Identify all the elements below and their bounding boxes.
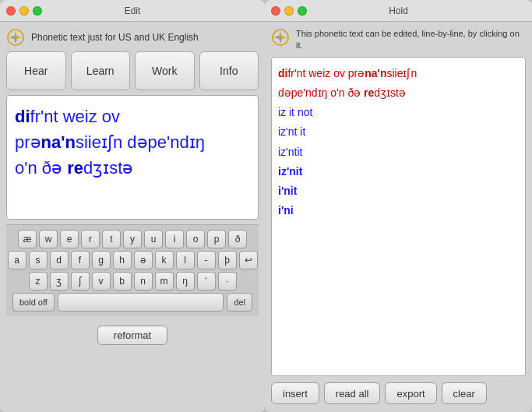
minimize-button-right[interactable] [284,6,294,16]
phonetic-text-siie: siieɪʃn dəpe'ndɪŋ [76,132,205,152]
key-g[interactable]: g [92,251,111,269]
key-k[interactable]: k [155,251,174,269]
minimize-button-left[interactable] [19,6,29,16]
maximize-button-left[interactable] [33,6,42,16]
key-apostrophe[interactable]: ' [197,272,216,291]
rp-line-6[interactable]: iz'nit [278,162,519,181]
key-ae[interactable]: æ [18,230,37,248]
info-button[interactable]: Info [199,51,259,90]
key-y[interactable]: y [123,230,142,248]
insert-button[interactable]: insert [271,382,319,404]
key-f[interactable]: f [71,251,90,269]
rp-bold-di: di [278,67,287,79]
right-bottom-row: insert read all export clear [271,381,526,406]
key-thorn[interactable]: þ [218,251,237,269]
compass-icon-left [6,28,25,47]
reformat-button[interactable]: reformat [97,326,167,345]
key-eth[interactable]: ð [228,230,247,248]
key-h[interactable]: h [113,251,132,269]
right-header-row: This phonetic text can be edited, line-b… [271,28,526,52]
right-window: Hold This phonetic text can be edited, l… [265,0,532,412]
key-esh[interactable]: ʃ [71,272,90,291]
rp-text-2a: dəpe'ndɪŋ o'n ðə [278,86,364,99]
phonetic-bold-na: na'n [41,132,76,152]
key-middot[interactable]: · [218,272,237,291]
svg-point-5 [15,37,17,39]
phonetic-display-left: difr'nt weiz ov prəna'nsiieɪʃn dəpe'ndɪŋ… [6,95,259,220]
space-key[interactable] [58,293,224,312]
phonetic-text-pr: prə [15,132,41,152]
close-button-right[interactable] [271,6,280,16]
key-b[interactable]: b [113,272,132,291]
left-title-bar: Edit [0,0,265,22]
key-n[interactable]: n [134,272,153,291]
rp-line-5[interactable]: iz'ntit [278,143,519,162]
key-ezh[interactable]: ʒ [50,272,69,291]
rp-text-1b: siieɪʃn [386,67,417,79]
phonetic-text-dziste: dʒɪstə [83,158,133,178]
key-z[interactable]: z [29,272,48,291]
right-window-title: Hold [389,5,408,16]
key-i[interactable]: i [165,230,184,248]
reformat-row: reformat [6,321,259,348]
key-e[interactable]: e [60,230,79,248]
key-eng[interactable]: ŋ [176,272,195,291]
del-button[interactable]: del [227,293,252,312]
export-button[interactable]: export [385,382,436,404]
rp-bold-re: re [364,86,374,99]
rp-bold-nan: na'n [365,67,386,79]
key-m[interactable]: m [155,272,174,291]
phonetic-text-line1: fr'nt weiz ov [30,107,120,126]
kb-row-3: z ʒ ʃ v b n m ŋ ' · [12,272,252,291]
read-all-button[interactable]: read all [324,382,381,404]
traffic-lights-right [271,6,307,16]
right-header-text: This phonetic text can be edited, line-b… [296,28,526,52]
rp-line-4[interactable]: iz'nt it [278,122,519,142]
rp-line-1[interactable]: difr'nt weiz ov prəna'nsiieɪʃn [278,64,519,83]
key-dash[interactable]: - [197,251,216,269]
key-v[interactable]: v [92,272,111,291]
key-w[interactable]: w [39,230,58,248]
right-content-area: This phonetic text can be edited, line-b… [265,22,532,412]
rp-text-1a: fr'nt weiz ov prə [287,67,365,79]
learn-button[interactable]: Learn [71,51,131,90]
bold-off-button[interactable]: bold off [12,293,55,312]
phonetic-text-on: o'n ðə [15,158,67,178]
keyboard-area: æ w e r t y u i o p ð a s d f g h ə k [6,224,259,316]
close-button-left[interactable] [6,6,16,16]
rp-line-2[interactable]: dəpe'ndɪŋ o'n ðə redʒɪstə [278,83,519,103]
hear-button[interactable]: Hear [6,51,66,90]
rp-line-8[interactable]: i'ni [278,201,519,220]
clear-button[interactable]: clear [442,382,487,404]
kb-bottom-row: bold off del [12,293,252,312]
maximize-button-right[interactable] [298,6,307,16]
left-header-text: Phonetic text just for US and UK English [31,32,199,43]
right-title-bar: Hold [265,0,532,22]
key-schwa[interactable]: ə [134,251,153,269]
key-s[interactable]: s [29,251,48,269]
compass-icon-right [271,28,290,47]
key-a[interactable]: a [8,251,26,269]
left-header-row: Phonetic text just for US and UK English [6,28,259,47]
traffic-lights-left [6,6,42,16]
key-enter[interactable]: ↩ [239,251,258,269]
rp-line-7[interactable]: i'nit [278,181,519,201]
key-o[interactable]: o [186,230,205,248]
key-r[interactable]: r [81,230,100,248]
left-window: Edit Phonetic text just for US and UK En… [0,0,265,412]
key-d[interactable]: d [50,251,69,269]
left-window-title: Edit [125,5,141,16]
key-p[interactable]: p [207,230,226,248]
key-l[interactable]: l [176,251,195,269]
kb-row-2: a s d f g h ə k l - þ ↩ [12,251,252,269]
rp-line-3[interactable]: iz it not [278,103,519,122]
phonetic-display-right[interactable]: difr'nt weiz ov prəna'nsiieɪʃn dəpe'ndɪŋ… [271,57,526,376]
phonetic-bold-re: re [67,158,83,178]
kb-row-1: æ w e r t y u i o p ð [12,230,252,248]
nav-button-row: Hear Learn Work Info [6,51,259,90]
work-button[interactable]: Work [135,51,195,90]
key-t[interactable]: t [102,230,121,248]
svg-point-11 [280,37,282,39]
key-u[interactable]: u [144,230,163,248]
left-content-area: Phonetic text just for US and UK English… [0,22,265,412]
